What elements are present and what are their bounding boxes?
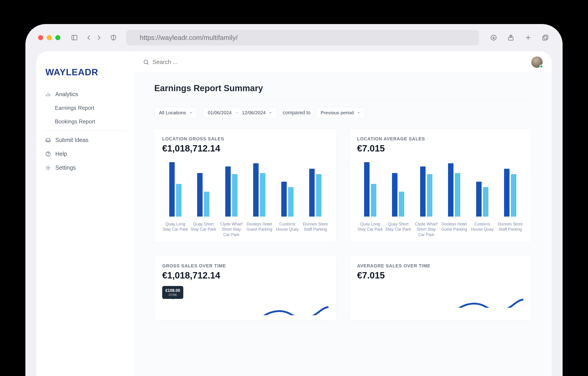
svg-line-18 [147,63,149,64]
bar-label: Clyde Wharf Short Stay Car Park [413,221,439,237]
new-tab-icon[interactable] [524,33,533,42]
window-minimize-icon[interactable] [47,35,52,40]
filter-daterange[interactable]: 01/06/2024 → 12/06/2024 [203,107,277,118]
bar [504,169,510,217]
bar [316,174,321,217]
bar [169,162,175,217]
card-average-sales-over-time: AVERAGRE SALES OVER TIME €7.015 [349,255,531,320]
sidebar: WAYLEADR Analytics Earnings Report Booki… [36,51,134,376]
filter-compare-label: Previous period [321,110,354,115]
nav-back-icon[interactable] [84,33,94,42]
bar [420,167,426,217]
chevron-down-icon [268,111,273,115]
card-headline: €1,018,712.14 [162,270,328,281]
bar-group [162,162,189,217]
bar-group [246,163,273,217]
svg-rect-10 [543,36,547,40]
bar-label: Customs House Quay [469,221,495,237]
main-panel: Earnings Report Summary All Locations 01… [134,51,552,376]
downloads-icon[interactable] [489,33,498,42]
sidebar-item-label: Settings [55,164,76,171]
line-chart [162,302,328,315]
shield-icon[interactable] [109,33,118,42]
bar [225,167,231,217]
avatar[interactable] [531,56,543,68]
bar-chart [162,158,328,217]
page-title: Earnings Report Summary [154,84,531,93]
sidebar-item-settings[interactable]: Settings [42,161,128,175]
bar-label: Dunnes Store Staff Parking [302,221,329,237]
cards-row-2: GROSS SALES OVER TIME €1,018,712.14 €108… [154,255,531,320]
bar-group [497,169,524,217]
card-gross-sales-over-time: GROSS SALES OVER TIME €1,018,712.14 €108… [154,255,336,320]
sidebar-item-bookings-report[interactable]: Bookings Report [42,115,128,128]
card-title: GROSS SALES OVER TIME [162,263,328,269]
card-headline: €7.015 [357,143,523,154]
bar [253,163,259,217]
sidebar-item-label: Submit Ideas [55,137,88,143]
svg-point-16 [47,167,49,168]
card-headline: €7.015 [357,270,523,281]
bar-label: Dunnes Store Staff Parking [497,221,524,237]
bar [483,187,488,217]
filter-compare[interactable]: Previous period [316,107,366,118]
bar-group [357,162,383,217]
chart-tooltip: €108.00 07/06 [162,286,183,299]
filter-location[interactable]: All Locations [154,107,198,118]
sidebar-item-earnings-report[interactable]: Earnings Report [42,101,128,115]
bar-label: Quay Long Stay Car Park [162,221,189,237]
sidebar-item-label: Earnings Report [55,105,94,111]
content: Earnings Report Summary All Locations 01… [134,73,552,376]
card-location-gross-sales: LOCATION GROSS SALES €1,018,712.14 Quay … [154,128,336,243]
nav-forward-icon[interactable] [94,33,104,42]
bar [204,192,209,217]
bar-group [218,167,244,217]
card-title: AVERAGRE SALES OVER TIME [357,263,523,269]
browser-toolbar: https://wayleadr.com/multifamily/ [25,24,563,51]
tooltip-date: 07/06 [165,293,180,297]
bar-label: Dooleys Hotel Guest Parking [441,221,468,237]
bar-group [413,167,439,217]
window-close-icon[interactable] [38,35,43,40]
svg-rect-0 [72,35,77,40]
sidebar-item-analytics[interactable]: Analytics [42,87,128,101]
bar [511,174,516,217]
window-zoom-icon[interactable] [55,35,60,40]
url-text: https://wayleadr.com/multifamily/ [140,34,238,42]
bar [399,192,404,217]
bar-label: Quay Short Stay Car Park [190,221,217,237]
bar [176,184,181,217]
sidebar-item-help[interactable]: Help [42,147,128,161]
bar-group [441,163,468,217]
bar-group [469,182,495,217]
search-input[interactable] [152,59,243,65]
share-icon[interactable] [506,33,515,42]
line-chart [357,294,523,308]
device-frame: https://wayleadr.com/multifamily/ [25,24,563,376]
search[interactable] [143,59,531,65]
bar-chart [357,158,523,217]
gear-icon [45,165,51,171]
bar-chart-labels: Quay Long Stay Car ParkQuay Short Stay C… [357,221,523,237]
bar [260,173,265,217]
analytics-icon [45,91,51,97]
svg-point-17 [144,60,148,63]
card-location-average-sales: LOCATION AVERAGE SALES €7.015 Quay Long … [349,128,531,243]
sidebar-toggle-icon[interactable] [70,33,79,42]
sidebar-item-submit-ideas[interactable]: Submit Ideas [42,133,128,147]
card-title: LOCATION AVERAGE SALES [357,136,523,142]
sidebar-divider [43,131,127,131]
bar [371,184,376,217]
tab-overview-icon[interactable] [541,33,550,42]
url-bar[interactable]: https://wayleadr.com/multifamily/ [126,30,479,45]
bar-group [385,173,411,217]
bar-label: Quay Long Stay Car Park [357,221,383,237]
bar-chart-labels: Quay Long Stay Car ParkQuay Short Stay C… [162,221,328,237]
bar [392,173,398,217]
bar-label: Clyde Wharf Short Stay Car Park [218,221,244,237]
bar [427,174,432,217]
cards-row-1: LOCATION GROSS SALES €1,018,712.14 Quay … [154,128,531,243]
svg-point-15 [48,155,48,155]
chevron-down-icon [357,111,361,115]
bar [197,173,203,217]
